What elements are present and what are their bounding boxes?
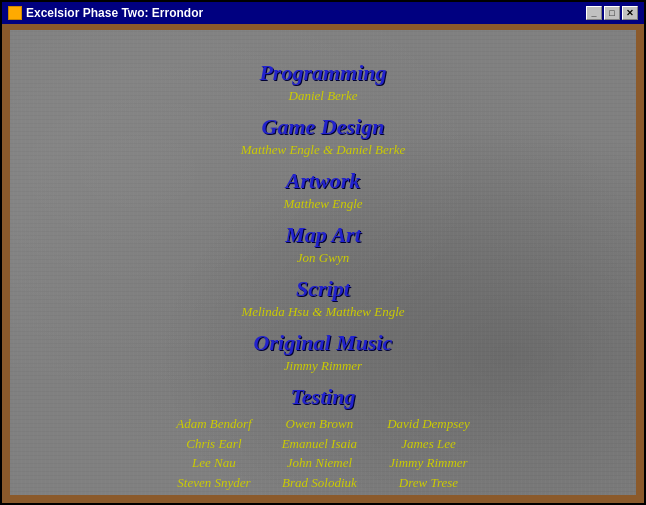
programming-title: Programming xyxy=(20,60,626,86)
title-bar: Excelsior Phase Two: Errondor _ □ ✕ xyxy=(2,2,644,24)
content-background: Programming Daniel Berke Game Design Mat… xyxy=(10,30,636,495)
original-music-names: Jimmy Rimmer xyxy=(20,358,626,374)
testing-grid: Adam Bendorf Chris Earl Lee Nau Steven S… xyxy=(20,414,626,503)
map-art-title: Map Art xyxy=(20,222,626,248)
testing-name-jeffrey: Jeffrey Wang xyxy=(286,492,353,503)
title-bar-controls: _ □ ✕ xyxy=(586,6,638,20)
minimize-button[interactable]: _ xyxy=(586,6,602,20)
testing-name-adam: Adam Bendorf xyxy=(176,414,251,434)
testing-name-brad: Brad Solodiuk xyxy=(282,473,357,493)
testing-name-chris: Chris Earl xyxy=(186,434,241,454)
testing-name-steven: Steven Snyder xyxy=(177,473,250,493)
app-icon xyxy=(8,6,22,20)
script-title: Script xyxy=(20,276,626,302)
game-design-names: Matthew Engle & Daniel Berke xyxy=(20,142,626,158)
credits-container: Programming Daniel Berke Game Design Mat… xyxy=(10,30,636,503)
window-title: Excelsior Phase Two: Errondor xyxy=(26,6,203,20)
window: Excelsior Phase Two: Errondor _ □ ✕ Prog… xyxy=(0,0,646,505)
artwork-names: Matthew Engle xyxy=(20,196,626,212)
content-area: Programming Daniel Berke Game Design Mat… xyxy=(2,24,644,503)
testing-col-2: Owen Brown Emanuel Isaia John Niemel Bra… xyxy=(282,414,357,503)
original-music-title: Original Music xyxy=(20,330,626,356)
close-button[interactable]: ✕ xyxy=(622,6,638,20)
testing-name-emanuel: Emanuel Isaia xyxy=(282,434,357,454)
testing-name-john: John Niemel xyxy=(287,453,352,473)
maximize-button[interactable]: □ xyxy=(604,6,620,20)
testing-col-1: Adam Bendorf Chris Earl Lee Nau Steven S… xyxy=(176,414,251,503)
programming-names: Daniel Berke xyxy=(20,88,626,104)
game-design-title: Game Design xyxy=(20,114,626,140)
testing-name-owen: Owen Brown xyxy=(286,414,354,434)
script-names: Melinda Hsu & Matthew Engle xyxy=(20,304,626,320)
testing-name-drew: Drew Trese xyxy=(399,473,458,493)
testing-name-lee: Lee Nau xyxy=(192,453,236,473)
testing-title: Testing xyxy=(20,384,626,410)
artwork-title: Artwork xyxy=(20,168,626,194)
map-art-names: Jon Gwyn xyxy=(20,250,626,266)
title-bar-left: Excelsior Phase Two: Errondor xyxy=(8,6,203,20)
testing-name-jimmy: Jimmy Rimmer xyxy=(389,453,467,473)
testing-name-james: James Lee xyxy=(401,434,456,454)
testing-name-david: David Dempsey xyxy=(387,414,470,434)
testing-col-3: David Dempsey James Lee Jimmy Rimmer Dre… xyxy=(387,414,470,503)
